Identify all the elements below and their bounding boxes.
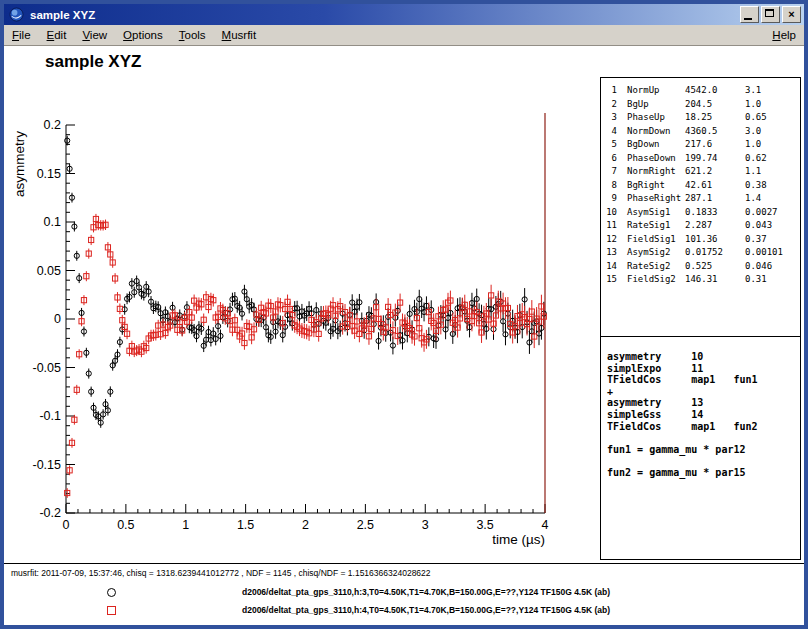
parameter-row: 9PhaseRight287.11.4 [605, 192, 800, 206]
maximize-icon [765, 9, 774, 17]
svg-text:-0.15: -0.15 [33, 458, 62, 472]
svg-text:0.05: 0.05 [37, 264, 61, 278]
parameter-row: 5BgDown217.61.0 [605, 138, 800, 152]
legend-label-1: d2006/deltat_pta_gps_3110,h:3,T0=4.50K,T… [242, 587, 610, 597]
parameter-row: 15FieldSig2146.310.31 [605, 273, 800, 287]
menu-help[interactable]: Help [764, 26, 804, 44]
theory-line [607, 432, 800, 444]
svg-text:0.5: 0.5 [117, 518, 134, 532]
menu-file[interactable]: File [4, 26, 39, 44]
theory-line: TFieldCos map1 fun1 [607, 374, 800, 386]
svg-text:1.5: 1.5 [237, 518, 254, 532]
theory-line: fun2 = gamma_mu * par15 [607, 467, 800, 479]
status-divider [4, 563, 804, 564]
data-points-series-1 [65, 136, 547, 428]
theory-line: simplExpo 11 [607, 363, 800, 375]
menubar: FileEditViewOptionsToolsMusrfit Help [4, 25, 804, 46]
x-axis-title: time (µs) [492, 532, 545, 547]
parameter-row: 2BgUp204.51.0 [605, 98, 800, 112]
close-icon: × [783, 7, 800, 22]
svg-text:2: 2 [302, 518, 309, 532]
theory-line: asymmetry 13 [607, 397, 800, 409]
menu-edit[interactable]: Edit [39, 26, 75, 44]
svg-text:-0.2: -0.2 [39, 506, 61, 520]
parameter-row: 7NormRight621.21.1 [605, 165, 800, 179]
menu-musrfit[interactable]: Musrfit [214, 26, 265, 44]
titlebar[interactable]: sample XYZ × [4, 4, 804, 25]
svg-text:0: 0 [63, 518, 70, 532]
parameter-row: 1NormUp4542.03.1 [605, 84, 800, 98]
data-points-series-2 [65, 214, 547, 498]
parameter-row: 11RateSig12.2870.043 [605, 219, 800, 233]
svg-text:4: 4 [542, 518, 549, 532]
parameter-row: 12FieldSig1101.360.37 [605, 233, 800, 247]
maximize-button[interactable] [761, 6, 780, 23]
legend-marker-square [107, 606, 116, 615]
parameter-row: 13AsymSig20.017520.00101 [605, 246, 800, 260]
menu-group-left: FileEditViewOptionsToolsMusrfit [4, 26, 264, 44]
asymmetry-plot: 00.511.522.533.540.20.150.10.050-0.05-0.… [4, 46, 604, 566]
svg-text:3.5: 3.5 [476, 518, 493, 532]
svg-text:0.15: 0.15 [37, 167, 61, 181]
parameter-row: 3PhaseUp18.250.65 [605, 111, 800, 125]
menu-options[interactable]: Options [115, 26, 171, 44]
theory-line: simpleGss 14 [607, 409, 800, 421]
legend-label-2: d2006/deltat_pta_gps_3110,h:4,T0=4.50K,T… [242, 605, 610, 615]
menu-tools[interactable]: Tools [171, 26, 214, 44]
close-button[interactable]: × [782, 6, 801, 23]
svg-text:3: 3 [422, 518, 429, 532]
svg-text:1: 1 [182, 518, 189, 532]
theory-line: TFieldCos map1 fun2 [607, 421, 800, 433]
svg-text:2.5: 2.5 [357, 518, 374, 532]
legend-marker-circle [107, 588, 116, 597]
parameter-row: 6PhaseDown199.740.62 [605, 152, 800, 166]
app-window: sample XYZ × FileEditViewOptionsToolsMus… [0, 0, 808, 629]
theory-line: asymmetry 10 [607, 351, 800, 363]
svg-text:-0.1: -0.1 [39, 409, 61, 423]
menu-group-right: Help [764, 26, 804, 44]
theory-line: fun1 = gamma_mu * par12 [607, 444, 800, 456]
parameter-row: 10AsymSig10.18330.0027 [605, 206, 800, 220]
y-axis-title: asymmetry [12, 131, 27, 197]
theory-box: asymmetry 10simplExpo 11TFieldCos map1 f… [600, 336, 801, 560]
svg-text:-0.05: -0.05 [33, 361, 62, 375]
minimize-button[interactable] [740, 6, 759, 23]
minimize-icon [744, 18, 752, 20]
fit-status-line: musrfit: 2011-07-09, 15:37:46, chisq = 1… [11, 568, 431, 578]
parameter-table: 1NormUp4542.03.12BgUp204.51.03PhaseUp18.… [600, 77, 801, 337]
app-icon [9, 7, 24, 22]
svg-text:0.1: 0.1 [44, 215, 61, 229]
parameter-row: 8BgRight42.610.38 [605, 179, 800, 193]
parameter-row: 4NormDown4360.53.0 [605, 125, 800, 139]
svg-text:0: 0 [54, 312, 61, 326]
svg-text:0.2: 0.2 [44, 118, 61, 132]
theory-line [607, 455, 800, 467]
menu-view[interactable]: View [74, 26, 115, 44]
window-title: sample XYZ [30, 9, 738, 21]
parameter-row: 14RateSig20.5250.046 [605, 260, 800, 274]
theory-line: + [607, 386, 800, 398]
root-canvas: sample XYZ 00.511.522.533.540.20.150.10.… [4, 46, 804, 625]
